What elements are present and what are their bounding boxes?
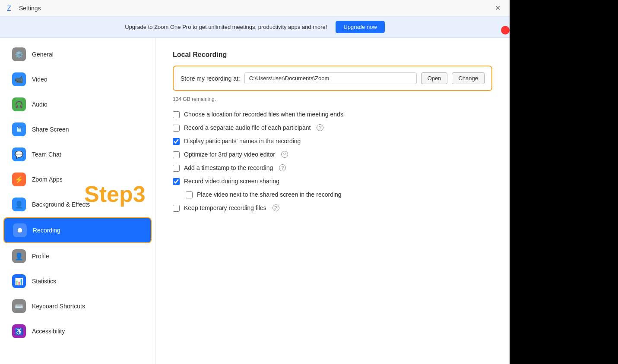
open-button[interactable]: Open: [421, 72, 448, 84]
sidebar-label-zoom-apps: Zoom Apps: [32, 176, 63, 183]
sidebar: ⚙️General📹Video🎧Audio🖥Share Screen💬Team …: [0, 38, 155, 364]
checkbox-row-place-video: Place video next to the shared screen in…: [186, 191, 492, 198]
recording-path-label: Store my recording at:: [181, 75, 240, 82]
checkbox-label-keep-temp: Keep temporary recording files: [184, 204, 266, 211]
checkbox-label-add-timestamp: Add a timestamp to the recording: [184, 164, 273, 171]
checkbox-keep-temp[interactable]: [173, 205, 180, 212]
accessibility-icon: ♿: [12, 324, 26, 338]
team-chat-icon: 💬: [12, 147, 26, 161]
checkbox-label-optimize-3rd: Optimize for 3rd party video editor: [184, 151, 275, 158]
red-dot-indicator: [501, 26, 510, 35]
checkbox-row-keep-temp: Keep temporary recording files?: [173, 204, 492, 212]
sidebar-item-audio[interactable]: 🎧Audio: [3, 92, 152, 116]
sidebar-item-statistics[interactable]: 📊Statistics: [3, 269, 152, 293]
checkbox-choose-location[interactable]: [173, 111, 180, 118]
content-area: Local Recording Store my recording at: O…: [155, 38, 510, 364]
sidebar-label-audio: Audio: [32, 101, 48, 108]
background-effects-icon: 👤: [12, 198, 26, 211]
window-title: Settings: [19, 5, 41, 12]
storage-info: 134 GB remaining.: [173, 96, 492, 102]
close-button[interactable]: ✕: [492, 3, 503, 13]
sidebar-label-keyboard-shortcuts: Keyboard Shortcuts: [32, 303, 85, 310]
keyboard-shortcuts-icon: ⌨️: [12, 299, 26, 313]
sidebar-item-team-chat[interactable]: 💬Team Chat: [3, 142, 152, 166]
sidebar-item-video[interactable]: 📹Video: [3, 67, 152, 91]
checkbox-label-display-names: Display participants' names in the recor…: [184, 138, 301, 144]
zoom-apps-icon: ⚡: [12, 173, 26, 186]
checkboxes-container: Choose a location for recorded files whe…: [173, 111, 492, 212]
checkbox-row-add-timestamp: Add a timestamp to the recording?: [173, 164, 492, 172]
checkbox-label-separate-audio: Record a separate audio file of each par…: [184, 124, 311, 131]
recording-icon: ⏺: [13, 223, 27, 237]
help-icon-keep-temp[interactable]: ?: [273, 204, 279, 211]
checkbox-label-place-video: Place video next to the shared screen in…: [197, 191, 342, 198]
checkbox-optimize-3rd[interactable]: [173, 151, 180, 158]
sidebar-item-share-screen[interactable]: 🖥Share Screen: [3, 117, 152, 141]
checkbox-label-choose-location: Choose a location for recorded files whe…: [184, 111, 343, 118]
recording-path-row: Store my recording at: Open Change: [181, 72, 485, 84]
settings-window: Z Settings ✕ Upgrade to Zoom One Pro to …: [0, 0, 510, 364]
audio-icon: 🎧: [12, 97, 26, 111]
upgrade-banner: Upgrade to Zoom One Pro to get unlimited…: [0, 16, 510, 38]
help-icon-optimize-3rd[interactable]: ?: [281, 151, 288, 158]
titlebar: Z Settings ✕: [0, 0, 510, 16]
checkbox-row-record-screen-sharing: Record video during screen sharing: [173, 178, 492, 185]
main-content: ⚙️General📹Video🎧Audio🖥Share Screen💬Team …: [0, 38, 510, 364]
checkbox-row-separate-audio: Record a separate audio file of each par…: [173, 124, 492, 132]
sidebar-item-background-effects[interactable]: 👤Background & Effects: [3, 192, 152, 217]
sidebar-label-share-screen: Share Screen: [32, 126, 69, 133]
help-icon-add-timestamp[interactable]: ?: [279, 164, 286, 171]
svg-text:Z: Z: [7, 5, 11, 12]
recording-path-box: Store my recording at: Open Change: [173, 66, 492, 91]
upgrade-text: Upgrade to Zoom One Pro to get unlimited…: [125, 24, 327, 30]
sidebar-item-zoom-apps[interactable]: ⚡Zoom Apps: [3, 167, 152, 191]
sidebar-label-recording: Recording: [33, 227, 60, 234]
sidebar-item-recording[interactable]: ⏺Recording: [3, 217, 152, 243]
checkbox-display-names[interactable]: [173, 138, 180, 145]
sidebar-item-keyboard-shortcuts[interactable]: ⌨️Keyboard Shortcuts: [3, 294, 152, 318]
help-icon-separate-audio[interactable]: ?: [317, 124, 323, 131]
sidebar-label-video: Video: [32, 76, 48, 83]
zoom-logo-icon: Z: [7, 4, 16, 13]
sidebar-item-profile[interactable]: 👤Profile: [3, 244, 152, 268]
titlebar-left: Z Settings: [7, 4, 41, 13]
checkbox-separate-audio[interactable]: [173, 125, 180, 132]
sidebar-item-general[interactable]: ⚙️General: [3, 42, 152, 66]
checkbox-add-timestamp[interactable]: [173, 165, 180, 172]
checkbox-label-record-screen-sharing: Record video during screen sharing: [184, 178, 279, 185]
checkbox-row-optimize-3rd: Optimize for 3rd party video editor?: [173, 151, 492, 158]
sidebar-label-team-chat: Team Chat: [32, 151, 61, 158]
statistics-icon: 📊: [12, 274, 26, 288]
profile-icon: 👤: [12, 249, 26, 263]
video-icon: 📹: [12, 72, 26, 86]
sidebar-label-background-effects: Background & Effects: [32, 201, 90, 208]
section-title: Local Recording: [173, 51, 492, 59]
checkbox-record-screen-sharing[interactable]: [173, 178, 180, 185]
sidebar-label-statistics: Statistics: [32, 278, 56, 285]
checkbox-row-display-names: Display participants' names in the recor…: [173, 138, 492, 145]
checkbox-row-choose-location: Choose a location for recorded files whe…: [173, 111, 492, 118]
change-button[interactable]: Change: [452, 72, 485, 84]
checkbox-place-video[interactable]: [186, 191, 193, 198]
sidebar-item-accessibility[interactable]: ♿Accessibility: [3, 319, 152, 343]
sidebar-label-profile: Profile: [32, 253, 49, 260]
sidebar-label-general: General: [32, 51, 54, 58]
recording-path-input[interactable]: [244, 72, 417, 84]
upgrade-now-button[interactable]: Upgrade now: [336, 21, 384, 33]
sidebar-label-accessibility: Accessibility: [32, 328, 65, 335]
general-icon: ⚙️: [12, 47, 26, 61]
share-screen-icon: 🖥: [12, 122, 26, 136]
